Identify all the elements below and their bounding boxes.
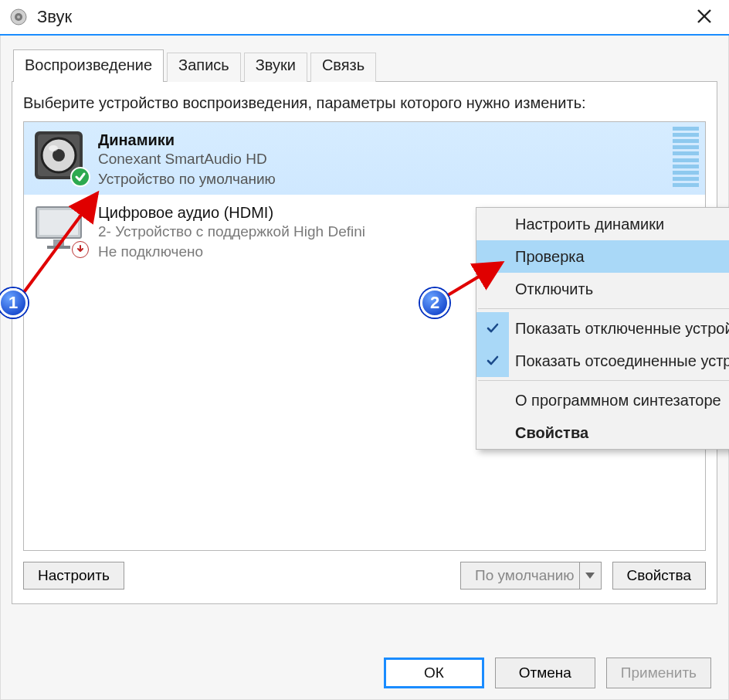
menu-check-column [476, 384, 509, 416]
device-info: Динамики Conexant SmartAudio HD Устройст… [98, 128, 276, 189]
menu-label: Свойства [515, 424, 588, 442]
tab-label: Запись [178, 56, 229, 73]
level-meter [673, 127, 699, 187]
annotation-marker-2: 2 [420, 288, 449, 318]
menu-label: Отключить [515, 280, 593, 298]
svg-marker-14 [585, 573, 595, 579]
menu-show-disconnected[interactable]: Показать отсоединенные устройства [476, 345, 729, 377]
disconnected-badge-icon [72, 241, 89, 258]
set-default-button[interactable]: По умолчанию [460, 562, 602, 590]
menu-label: Проверка [515, 248, 585, 266]
dropdown-arrow-icon[interactable] [579, 562, 601, 589]
menu-label: О программном синтезаторе [515, 392, 721, 409]
menu-test[interactable]: Проверка [476, 240, 729, 273]
device-info: Цифровое аудио (HDMI) 2- Устройство с по… [98, 201, 365, 261]
tab-label: Связь [322, 56, 364, 73]
button-label: Настроить [38, 567, 110, 583]
menu-show-disabled[interactable]: Показать отключенные устройства [476, 312, 729, 345]
configure-button[interactable]: Настроить [23, 562, 124, 590]
device-driver: 2- Устройство с поддержкой High Defini [98, 222, 365, 242]
button-label: По умолчанию [475, 567, 575, 583]
menu-separator [478, 308, 729, 309]
menu-check-icon [476, 312, 509, 345]
device-status: Не подключено [98, 242, 365, 262]
menu-label: Показать отсоединенные устройства [515, 352, 729, 370]
apply-button[interactable]: Применить [606, 658, 711, 688]
svg-rect-12 [53, 240, 64, 246]
speaker-icon [32, 128, 86, 182]
marker-label: 2 [430, 293, 439, 313]
svg-point-2 [17, 15, 20, 19]
device-name: Динамики [98, 131, 276, 149]
svg-point-9 [49, 145, 58, 151]
menu-check-column [476, 240, 509, 273]
tab-playback[interactable]: Воспроизведение [13, 49, 164, 82]
menu-disable[interactable]: Отключить [476, 273, 729, 305]
window-title: Звук [37, 7, 689, 27]
button-label: Свойства [627, 567, 691, 583]
button-label: ОК [424, 664, 444, 681]
tab-communications[interactable]: Связь [310, 53, 376, 82]
svg-rect-13 [47, 246, 70, 249]
svg-rect-11 [39, 210, 78, 235]
menu-properties[interactable]: Свойства [476, 416, 729, 449]
dialog-footer: ОК Отмена Применить [384, 658, 711, 688]
properties-button[interactable]: Свойства [612, 562, 706, 590]
ok-button[interactable]: ОК [384, 658, 484, 688]
panel-button-row: Настроить По умолчанию Свойства [23, 562, 706, 590]
menu-check-column [476, 273, 509, 305]
tab-strip: Воспроизведение Запись Звуки Связь [13, 49, 717, 82]
marker-label: 1 [8, 293, 18, 313]
menu-label: Настроить динамики [515, 216, 664, 233]
device-driver: Conexant SmartAudio HD [98, 149, 276, 169]
tab-sounds[interactable]: Звуки [244, 53, 307, 82]
instruction-text: Выберите устройство воспроизведения, пар… [23, 93, 706, 114]
menu-check-icon [476, 345, 509, 377]
tab-label: Звуки [256, 56, 296, 73]
close-button[interactable] [689, 5, 720, 29]
context-menu: Настроить динамики Проверка Отключить По… [476, 207, 729, 450]
menu-about-synth[interactable]: О программном синтезаторе [476, 384, 729, 416]
device-speakers[interactable]: Динамики Conexant SmartAudio HD Устройст… [24, 122, 705, 195]
default-check-badge-icon [70, 167, 90, 187]
tab-label: Воспроизведение [25, 56, 152, 73]
button-label: Применить [621, 664, 697, 681]
cancel-button[interactable]: Отмена [495, 658, 595, 688]
monitor-icon [32, 201, 86, 255]
button-label: Отмена [519, 664, 571, 681]
tab-recording[interactable]: Запись [167, 53, 241, 82]
menu-configure-speakers[interactable]: Настроить динамики [476, 208, 729, 240]
menu-check-column [476, 416, 509, 449]
menu-label: Показать отключенные устройства [515, 320, 729, 338]
sound-applet-icon [9, 8, 28, 26]
titlebar: Звук [0, 0, 729, 36]
device-name: Цифровое аудио (HDMI) [98, 204, 365, 222]
menu-separator [478, 380, 729, 381]
menu-check-column [476, 208, 509, 240]
device-status: Устройство по умолчанию [98, 169, 276, 189]
